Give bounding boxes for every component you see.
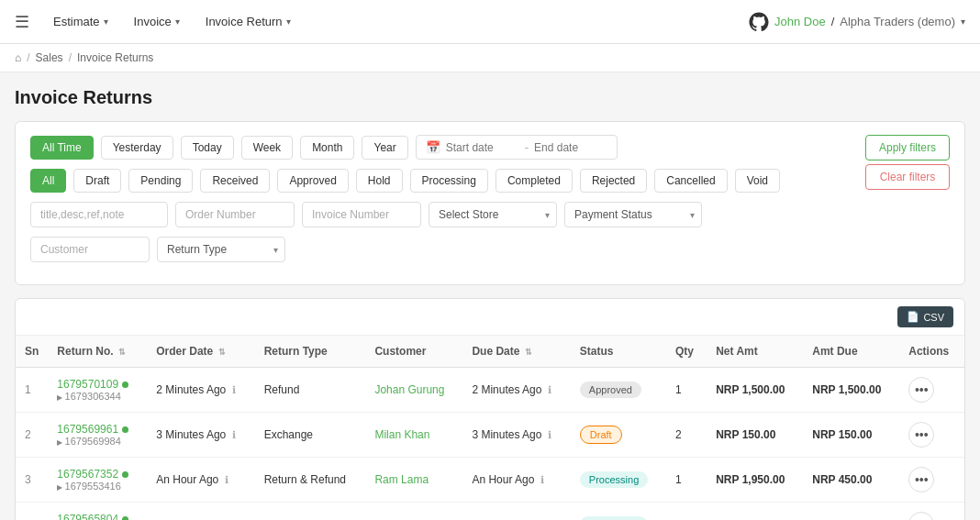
breadcrumb-sep-2: / (69, 51, 72, 64)
return-type-select[interactable]: Return Type (157, 237, 285, 262)
time-btn-month[interactable]: Month (300, 136, 354, 160)
cell-order-date: 3 Minutes Ago ℹ (147, 413, 254, 458)
green-dot (122, 471, 128, 478)
col-qty: Qty (666, 336, 707, 368)
nav-estimate[interactable]: Estimate ▾ (44, 9, 117, 34)
cell-sn: 3 (16, 458, 48, 503)
time-btn-yesterday[interactable]: Yesterday (101, 136, 173, 160)
cell-order-date: 2 Minutes Ago ℹ (147, 368, 254, 413)
row-action-button[interactable]: ••• (908, 377, 934, 403)
payment-status-select[interactable]: Payment Status (564, 202, 702, 227)
status-btn-draft[interactable]: Draft (73, 169, 121, 193)
cell-return-type: Refund (255, 368, 366, 413)
row-action-button[interactable]: ••• (908, 467, 934, 492)
return-no-link[interactable]: 1679567352 (57, 468, 118, 481)
time-filter-row: All Time Yesterday Today Week Month Year… (30, 135, 950, 160)
customer-link[interactable]: Milan Khan (374, 428, 429, 441)
cell-net-amt: NRP 900.00 (707, 503, 803, 521)
status-btn-processing[interactable]: Processing (410, 169, 488, 193)
cell-due-date: 3 Minutes Ago ℹ (462, 413, 570, 458)
status-btn-all[interactable]: All (30, 169, 66, 193)
status-btn-pending[interactable]: Pending (128, 169, 193, 193)
order-date-info-icon[interactable]: ℹ (232, 384, 236, 395)
return-no-link[interactable]: 1679569961 (57, 423, 118, 436)
cell-due-date: An Hour Ago ℹ (462, 503, 570, 521)
page-title: Invoice Returns (15, 87, 965, 108)
status-btn-cancelled[interactable]: Cancelled (654, 169, 727, 193)
cell-customer: Milan Khan (365, 413, 462, 458)
customer-input[interactable] (30, 237, 150, 262)
order-date-info-icon[interactable]: ℹ (225, 474, 228, 485)
customer-link[interactable]: Ram Lama (374, 473, 429, 486)
nav-invoice-return[interactable]: Invoice Return ▾ (196, 9, 300, 34)
nav-invoice[interactable]: Invoice ▾ (125, 9, 189, 34)
cell-amt-due: NRP 900.00 (803, 503, 899, 521)
invoice-number-input[interactable] (302, 202, 421, 227)
store-select[interactable]: Select Store (429, 202, 557, 227)
date-dash: - (525, 140, 529, 154)
customer-link[interactable]: Johan Gurung (374, 383, 444, 396)
status-btn-void[interactable]: Void (735, 169, 780, 193)
time-btn-alltime[interactable]: All Time (30, 136, 94, 160)
csv-export-button[interactable]: 📄 CSV (897, 306, 953, 327)
return-no-link[interactable]: 1679570109 (57, 378, 118, 391)
clear-filters-button[interactable]: Clear filters (865, 164, 950, 190)
breadcrumb-sep-1: / (27, 51, 29, 64)
order-date-info-icon[interactable]: ℹ (232, 429, 236, 440)
green-dot (122, 382, 128, 388)
cell-qty: 1 (666, 368, 707, 413)
status-badge: Approved (580, 382, 641, 398)
status-badge: Draft (580, 426, 622, 444)
csv-icon: 📄 (907, 311, 919, 323)
row-action-button[interactable]: ••• (908, 422, 934, 448)
row-action-button[interactable]: ••• (908, 512, 934, 520)
due-date-info-icon[interactable]: ℹ (548, 384, 551, 395)
end-date-input[interactable] (534, 141, 607, 154)
order-ref: 1679553416 (57, 481, 138, 492)
col-net-amt: Net Amt (707, 336, 803, 368)
user-name: John Doe (774, 15, 826, 28)
status-btn-rejected[interactable]: Rejected (580, 169, 647, 193)
breadcrumb-sales[interactable]: Sales (36, 51, 63, 64)
csv-label: CSV (923, 312, 944, 323)
cell-sn: 2 (16, 413, 48, 458)
nav-estimate-chevron: ▾ (104, 17, 108, 27)
status-btn-hold[interactable]: Hold (356, 169, 403, 193)
nav-estimate-label: Estimate (53, 15, 100, 28)
time-btn-today[interactable]: Today (181, 136, 234, 160)
home-icon[interactable]: ⌂ (15, 51, 21, 64)
cell-qty: 1 (666, 458, 707, 503)
due-date-info-icon[interactable]: ℹ (540, 474, 544, 485)
col-customer: Customer (365, 336, 462, 368)
search-input[interactable] (30, 202, 168, 227)
status-badge: Processing (580, 516, 648, 520)
cell-actions: ••• (899, 458, 964, 503)
status-badge: Processing (580, 471, 648, 488)
nav-invoice-chevron: ▾ (175, 17, 180, 27)
due-date-info-icon[interactable]: ℹ (548, 429, 551, 440)
col-status: Status (571, 336, 666, 368)
user-menu-chevron: ▾ (961, 17, 965, 27)
status-btn-received[interactable]: Received (200, 169, 270, 193)
time-btn-week[interactable]: Week (241, 136, 293, 160)
cell-return-type: Return & Refund (255, 503, 366, 521)
status-btn-completed[interactable]: Completed (496, 169, 573, 193)
col-return-no: Return No. ⇅ (48, 336, 147, 368)
cell-status: Processing (571, 503, 666, 521)
cell-amt-due: NRP 150.00 (803, 413, 899, 458)
col-sn: Sn (16, 336, 48, 368)
cell-due-date: 2 Minutes Ago ℹ (462, 368, 570, 413)
user-menu[interactable]: John Doe / Alpha Traders (demo) ▾ (749, 12, 965, 32)
start-date-input[interactable] (446, 141, 519, 154)
cell-sn: 4 (16, 503, 48, 521)
status-btn-approved[interactable]: Approved (277, 169, 348, 193)
col-actions: Actions (899, 336, 964, 368)
nav-invoice-return-chevron: ▾ (286, 17, 291, 27)
cell-return-no: 1679565804 1679553416 (48, 503, 147, 521)
col-return-type: Return Type (255, 336, 366, 368)
time-btn-year[interactable]: Year (362, 136, 407, 160)
hamburger-icon[interactable]: ☰ (15, 12, 29, 32)
apply-filters-button[interactable]: Apply filters (865, 135, 950, 160)
return-no-link[interactable]: 1679565804 (57, 513, 118, 520)
order-number-input[interactable] (175, 202, 295, 227)
